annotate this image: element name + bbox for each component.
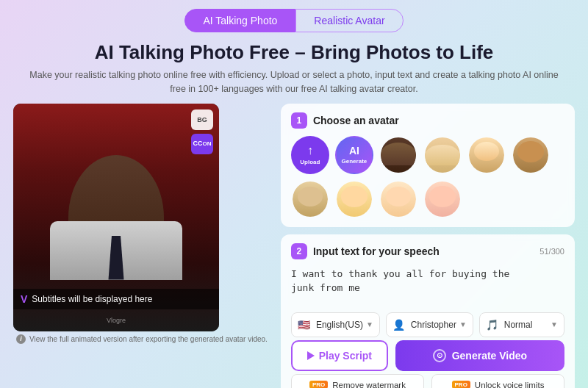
- language-select[interactable]: 🇺🇸 English(US) ▼: [291, 312, 380, 337]
- main-content: BG CC ON V Subtitles will be displayed h…: [0, 104, 588, 389]
- step2-badge: 2: [291, 243, 307, 259]
- avatar-1[interactable]: [379, 136, 417, 174]
- info-icon: i: [16, 334, 26, 344]
- bg-button[interactable]: BG: [191, 109, 213, 130]
- pro-badge-watermark: PRO: [309, 381, 328, 388]
- v-icon: V: [21, 293, 27, 305]
- play-script-button[interactable]: Play Script: [291, 340, 388, 371]
- avatar-3[interactable]: [467, 136, 506, 174]
- generate-avatar-btn[interactable]: AI Generate: [335, 136, 373, 174]
- generate-label: Generate: [342, 158, 368, 165]
- avatar-5[interactable]: [291, 180, 329, 218]
- cc-button[interactable]: CC ON: [191, 134, 213, 154]
- text-area-wrapper: [291, 267, 564, 308]
- avatar-2[interactable]: [423, 136, 462, 174]
- pro-features: PRO Remove watermark PRO Unlock voice li…: [291, 374, 564, 389]
- avatar-8[interactable]: [423, 180, 462, 218]
- upload-avatar-btn[interactable]: ↑ Upload: [291, 136, 329, 174]
- remove-watermark-label: Remove watermark: [332, 381, 406, 389]
- video-panel: BG CC ON V Subtitles will be displayed h…: [13, 104, 270, 389]
- video-source-label: Vlogre: [107, 317, 126, 324]
- voice-name-select[interactable]: 👤 Christopher ▼: [386, 312, 473, 337]
- page-title: AI Talking Photo Free – Bring Photos to …: [0, 41, 588, 64]
- voice-style-select[interactable]: 🎵 Normal ▼: [479, 312, 564, 337]
- style-icon: 🎵: [486, 319, 498, 331]
- language-label: English(US): [316, 320, 363, 330]
- avatar-7[interactable]: [379, 180, 417, 218]
- video-footer-note: i View the full animated version after e…: [13, 334, 270, 344]
- step1-header: 1 Choose an avatar: [291, 112, 564, 129]
- action-buttons: Play Script ⊙ Generate Video: [291, 340, 564, 371]
- voice-style-label: Normal: [504, 320, 548, 330]
- video-controls: BG CC ON: [191, 109, 213, 154]
- upload-label: Upload: [300, 159, 320, 165]
- remove-watermark-button[interactable]: PRO Remove watermark: [291, 374, 424, 389]
- char-count: 51/300: [539, 247, 564, 256]
- avatar-grid: ↑ Upload AI Generate: [291, 136, 564, 218]
- input-text-card: 2 Input text for your speech 51/300 🇺🇸 E…: [281, 234, 575, 389]
- avatar-4[interactable]: [512, 136, 550, 174]
- voice-name-chevron-icon: ▼: [459, 320, 467, 328]
- play-icon: [307, 351, 315, 360]
- ai-icon: AI: [349, 145, 359, 157]
- choose-avatar-card: 1 Choose an avatar ↑ Upload AI Generate: [281, 104, 575, 227]
- upload-icon: ↑: [307, 144, 313, 157]
- language-flag: 🇺🇸: [298, 319, 310, 331]
- voice-name-label: Christopher: [411, 320, 456, 330]
- generate-video-label: Generate Video: [452, 350, 527, 362]
- unlock-voice-button[interactable]: PRO Unlock voice limits: [431, 374, 564, 389]
- subtitle-bar: V Subtitles will be displayed here: [13, 289, 219, 309]
- step2-title: Input text for your speech: [313, 245, 440, 257]
- step2-header: 2 Input text for your speech 51/300: [291, 243, 564, 259]
- tab-bar: AI Talking Photo Realistic Avatar: [0, 0, 588, 38]
- step1-badge: 1: [291, 112, 307, 129]
- speech-input[interactable]: [291, 267, 564, 305]
- play-script-label: Play Script: [319, 350, 372, 362]
- voice-controls: 🇺🇸 English(US) ▼ 👤 Christopher ▼ 🎵 Norma…: [291, 312, 564, 337]
- tab-ai-talking-photo[interactable]: AI Talking Photo: [184, 9, 295, 32]
- tab-realistic-avatar[interactable]: Realistic Avatar: [295, 9, 403, 32]
- page-subtitle: Make your realistic talking photo online…: [0, 68, 588, 96]
- pro-badge-voice: PRO: [452, 381, 470, 388]
- voice-style-chevron-icon: ▼: [551, 320, 558, 328]
- person-icon: 👤: [392, 319, 405, 331]
- video-preview: BG CC ON V Subtitles will be displayed h…: [13, 104, 219, 331]
- generate-icon: ⊙: [433, 349, 446, 362]
- right-panel: 1 Choose an avatar ↑ Upload AI Generate: [281, 104, 575, 389]
- generate-video-button[interactable]: ⊙ Generate Video: [395, 340, 564, 371]
- language-chevron-icon: ▼: [366, 320, 373, 328]
- avatar-6[interactable]: [335, 180, 373, 218]
- step1-title: Choose an avatar: [313, 115, 399, 126]
- subtitle-text: Subtitles will be displayed here: [32, 294, 152, 304]
- unlock-voice-label: Unlock voice limits: [475, 381, 545, 389]
